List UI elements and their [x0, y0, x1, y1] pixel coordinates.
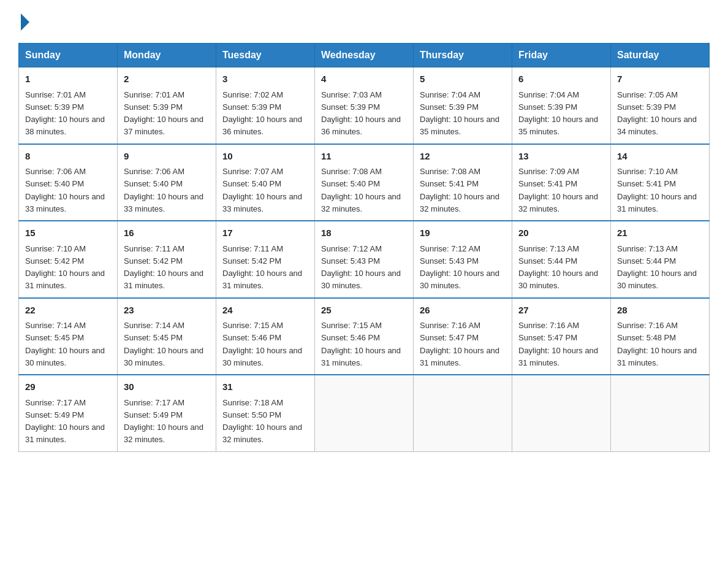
- day-info: Sunrise: 7:06 AMSunset: 5:40 PMDaylight:…: [25, 167, 105, 213]
- calendar-day-cell: 13Sunrise: 7:09 AMSunset: 5:41 PMDayligh…: [512, 144, 611, 221]
- calendar-week-row: 1Sunrise: 7:01 AMSunset: 5:39 PMDaylight…: [19, 67, 710, 144]
- calendar-table: Sunday Monday Tuesday Wednesday Thursday…: [18, 43, 710, 452]
- calendar-day-cell: 2Sunrise: 7:01 AMSunset: 5:39 PMDaylight…: [118, 67, 216, 144]
- day-info: Sunrise: 7:01 AMSunset: 5:39 PMDaylight:…: [25, 90, 105, 137]
- day-number: 21: [617, 226, 703, 240]
- day-number: 12: [420, 150, 506, 164]
- calendar-day-cell: 27Sunrise: 7:16 AMSunset: 5:47 PMDayligh…: [512, 298, 611, 375]
- day-info: Sunrise: 7:02 AMSunset: 5:39 PMDaylight:…: [222, 90, 302, 137]
- day-number: 29: [25, 380, 111, 394]
- calendar-week-row: 29Sunrise: 7:17 AMSunset: 5:49 PMDayligh…: [19, 375, 710, 451]
- calendar-day-cell: 25Sunrise: 7:15 AMSunset: 5:46 PMDayligh…: [315, 298, 414, 375]
- day-number: 6: [518, 72, 604, 86]
- day-number: 17: [222, 226, 308, 240]
- calendar-day-cell: 10Sunrise: 7:07 AMSunset: 5:40 PMDayligh…: [216, 144, 315, 221]
- day-number: 26: [420, 304, 506, 318]
- header-friday: Friday: [512, 44, 611, 67]
- day-info: Sunrise: 7:06 AMSunset: 5:40 PMDaylight:…: [124, 167, 203, 213]
- day-number: 2: [124, 72, 210, 86]
- day-info: Sunrise: 7:12 AMSunset: 5:43 PMDaylight:…: [420, 244, 499, 291]
- day-info: Sunrise: 7:13 AMSunset: 5:44 PMDaylight:…: [617, 244, 697, 291]
- header-sunday: Sunday: [19, 44, 118, 67]
- calendar-day-cell: 16Sunrise: 7:11 AMSunset: 5:42 PMDayligh…: [118, 221, 216, 298]
- calendar-day-cell: 17Sunrise: 7:11 AMSunset: 5:42 PMDayligh…: [216, 221, 315, 298]
- calendar-day-cell: 15Sunrise: 7:10 AMSunset: 5:42 PMDayligh…: [19, 221, 118, 298]
- day-number: 31: [222, 380, 308, 394]
- calendar-header-row: Sunday Monday Tuesday Wednesday Thursday…: [19, 44, 710, 67]
- day-info: Sunrise: 7:01 AMSunset: 5:39 PMDaylight:…: [124, 90, 203, 137]
- day-number: 16: [124, 226, 210, 240]
- calendar-week-row: 8Sunrise: 7:06 AMSunset: 5:40 PMDaylight…: [19, 144, 710, 221]
- day-info: Sunrise: 7:16 AMSunset: 5:48 PMDaylight:…: [617, 321, 697, 367]
- day-info: Sunrise: 7:17 AMSunset: 5:49 PMDaylight:…: [124, 398, 203, 445]
- day-info: Sunrise: 7:04 AMSunset: 5:39 PMDaylight:…: [518, 90, 598, 137]
- calendar-day-cell: [414, 375, 512, 451]
- calendar-day-cell: 14Sunrise: 7:10 AMSunset: 5:41 PMDayligh…: [611, 144, 710, 221]
- day-number: 10: [222, 150, 308, 164]
- calendar-day-cell: 29Sunrise: 7:17 AMSunset: 5:49 PMDayligh…: [19, 375, 118, 451]
- day-info: Sunrise: 7:13 AMSunset: 5:44 PMDaylight:…: [518, 244, 598, 291]
- day-number: 11: [321, 150, 407, 164]
- header-wednesday: Wednesday: [315, 44, 414, 67]
- day-info: Sunrise: 7:10 AMSunset: 5:42 PMDaylight:…: [25, 244, 105, 291]
- day-info: Sunrise: 7:07 AMSunset: 5:40 PMDaylight:…: [222, 167, 302, 213]
- logo: [18, 12, 29, 31]
- calendar-day-cell: 5Sunrise: 7:04 AMSunset: 5:39 PMDaylight…: [414, 67, 512, 144]
- day-info: Sunrise: 7:15 AMSunset: 5:46 PMDaylight:…: [222, 321, 302, 367]
- day-info: Sunrise: 7:05 AMSunset: 5:39 PMDaylight:…: [617, 90, 697, 137]
- day-info: Sunrise: 7:15 AMSunset: 5:46 PMDaylight:…: [321, 321, 401, 367]
- day-info: Sunrise: 7:04 AMSunset: 5:39 PMDaylight:…: [420, 90, 499, 137]
- calendar-day-cell: 21Sunrise: 7:13 AMSunset: 5:44 PMDayligh…: [611, 221, 710, 298]
- calendar-day-cell: 30Sunrise: 7:17 AMSunset: 5:49 PMDayligh…: [118, 375, 216, 451]
- day-number: 20: [518, 226, 604, 240]
- logo-arrow-icon: [21, 13, 29, 31]
- calendar-day-cell: 18Sunrise: 7:12 AMSunset: 5:43 PMDayligh…: [315, 221, 414, 298]
- calendar-day-cell: 11Sunrise: 7:08 AMSunset: 5:40 PMDayligh…: [315, 144, 414, 221]
- day-number: 23: [124, 304, 210, 318]
- day-info: Sunrise: 7:14 AMSunset: 5:45 PMDaylight:…: [124, 321, 203, 367]
- day-number: 19: [420, 226, 506, 240]
- day-info: Sunrise: 7:18 AMSunset: 5:50 PMDaylight:…: [222, 398, 302, 445]
- day-number: 8: [25, 150, 111, 164]
- calendar-day-cell: 24Sunrise: 7:15 AMSunset: 5:46 PMDayligh…: [216, 298, 315, 375]
- calendar-day-cell: 26Sunrise: 7:16 AMSunset: 5:47 PMDayligh…: [414, 298, 512, 375]
- calendar-day-cell: 23Sunrise: 7:14 AMSunset: 5:45 PMDayligh…: [118, 298, 216, 375]
- header-thursday: Thursday: [414, 44, 512, 67]
- day-number: 14: [617, 150, 703, 164]
- day-info: Sunrise: 7:17 AMSunset: 5:49 PMDaylight:…: [25, 398, 105, 445]
- day-number: 13: [518, 150, 604, 164]
- day-number: 22: [25, 304, 111, 318]
- day-info: Sunrise: 7:11 AMSunset: 5:42 PMDaylight:…: [222, 244, 302, 291]
- day-info: Sunrise: 7:10 AMSunset: 5:41 PMDaylight:…: [617, 167, 697, 213]
- calendar-day-cell: 19Sunrise: 7:12 AMSunset: 5:43 PMDayligh…: [414, 221, 512, 298]
- day-number: 5: [420, 72, 506, 86]
- calendar-day-cell: [611, 375, 710, 451]
- day-info: Sunrise: 7:16 AMSunset: 5:47 PMDaylight:…: [420, 321, 499, 367]
- day-number: 30: [124, 380, 210, 394]
- day-number: 7: [617, 72, 703, 86]
- calendar-day-cell: 6Sunrise: 7:04 AMSunset: 5:39 PMDaylight…: [512, 67, 611, 144]
- calendar-day-cell: 31Sunrise: 7:18 AMSunset: 5:50 PMDayligh…: [216, 375, 315, 451]
- day-number: 15: [25, 226, 111, 240]
- calendar-day-cell: 22Sunrise: 7:14 AMSunset: 5:45 PMDayligh…: [19, 298, 118, 375]
- day-number: 4: [321, 72, 407, 86]
- day-info: Sunrise: 7:08 AMSunset: 5:41 PMDaylight:…: [420, 167, 499, 213]
- calendar-day-cell: 28Sunrise: 7:16 AMSunset: 5:48 PMDayligh…: [611, 298, 710, 375]
- calendar-day-cell: 3Sunrise: 7:02 AMSunset: 5:39 PMDaylight…: [216, 67, 315, 144]
- calendar-day-cell: 1Sunrise: 7:01 AMSunset: 5:39 PMDaylight…: [19, 67, 118, 144]
- day-number: 1: [25, 72, 111, 86]
- day-info: Sunrise: 7:08 AMSunset: 5:40 PMDaylight:…: [321, 167, 401, 213]
- header-monday: Monday: [118, 44, 216, 67]
- day-info: Sunrise: 7:03 AMSunset: 5:39 PMDaylight:…: [321, 90, 401, 137]
- calendar-day-cell: 20Sunrise: 7:13 AMSunset: 5:44 PMDayligh…: [512, 221, 611, 298]
- day-number: 27: [518, 304, 604, 318]
- day-number: 9: [124, 150, 210, 164]
- header-tuesday: Tuesday: [216, 44, 315, 67]
- day-info: Sunrise: 7:14 AMSunset: 5:45 PMDaylight:…: [25, 321, 105, 367]
- day-number: 25: [321, 304, 407, 318]
- day-info: Sunrise: 7:16 AMSunset: 5:47 PMDaylight:…: [518, 321, 598, 367]
- day-number: 3: [222, 72, 308, 86]
- header-saturday: Saturday: [611, 44, 710, 67]
- calendar-week-row: 22Sunrise: 7:14 AMSunset: 5:45 PMDayligh…: [19, 298, 710, 375]
- day-number: 24: [222, 304, 308, 318]
